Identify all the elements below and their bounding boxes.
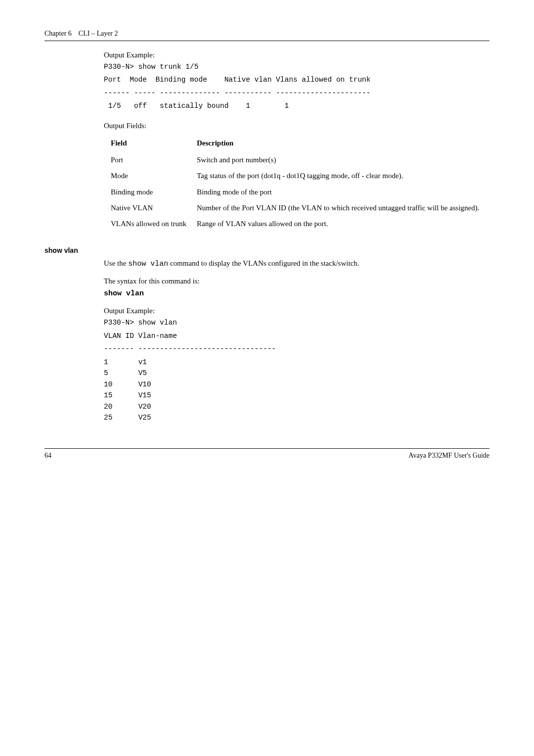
vlan-name: V15 — [138, 391, 151, 399]
trunk-header-line: Port Mode Binding mode Native vlan Vlans… — [104, 74, 490, 85]
vlan-id: 20 — [104, 403, 112, 411]
fields-header-row: Field Description — [111, 135, 480, 152]
field-desc: Binding mode of the port — [197, 184, 480, 200]
vlan-header-line: VLAN ID Vlan-name — [104, 331, 490, 341]
chapter-title: CLI – Layer 2 — [79, 30, 118, 37]
syntax-command: show vlan — [104, 289, 490, 298]
vlan-row: 5 V5 — [104, 368, 490, 378]
page-header: Chapter 6 CLI – Layer 2 — [44, 30, 490, 38]
field-name: Binding mode — [111, 184, 197, 200]
desc-cmd: show vlan — [128, 260, 168, 268]
desc-part2: command to display the VLANs configured … — [168, 259, 359, 267]
field-desc: Switch and port number(s) — [197, 152, 480, 168]
vlan-dash-line: ------- -------------------------------- — [104, 343, 490, 354]
show-vlan-heading: show vlan — [44, 246, 490, 254]
vlan-row: 20 V20 — [104, 401, 490, 412]
header-rule — [44, 41, 490, 41]
show-vlan-description: Use the show vlan command to display the… — [104, 258, 490, 269]
vlan-name: v1 — [138, 358, 147, 366]
field-desc: Range of VLAN values allowed on the port… — [197, 216, 480, 232]
output-example-label: Output Example: — [104, 51, 490, 59]
vlan-name: V20 — [138, 403, 151, 411]
chapter-label: Chapter 6 — [44, 30, 72, 37]
page-number: 64 — [44, 452, 51, 460]
fields-row: Native VLAN Number of the Port VLAN ID (… — [111, 200, 480, 216]
output-fields-label: Output Fields: — [104, 122, 490, 130]
syntax-label: The syntax for this command is: — [104, 276, 490, 286]
section-show-trunk-output: Output Example: P330-N> show trunk 1/5 P… — [104, 51, 490, 232]
vlan-cmd-line: P330-N> show vlan — [104, 317, 490, 328]
vlan-row: 15 V15 — [104, 390, 490, 401]
vlan-row: 25 V25 — [104, 412, 490, 423]
vlan-id: 15 — [104, 391, 112, 399]
vlan-rows: 1 v1 5 V5 10 V10 15 V15 20 V20 25 V25 — [104, 357, 490, 424]
trunk-cmd-line: P330-N> show trunk 1/5 — [104, 61, 490, 72]
trunk-data-line: 1/5 off statically bound 1 1 — [104, 100, 490, 111]
vlan-name: V10 — [138, 380, 151, 388]
field-desc: Number of the Port VLAN ID (the VLAN to … — [197, 200, 480, 216]
fields-row: VLANs allowed on trunk Range of VLAN val… — [111, 216, 480, 232]
field-name: Native VLAN — [111, 200, 197, 216]
fields-row: Mode Tag status of the port (dot1q - dot… — [111, 168, 480, 184]
field-desc: Tag status of the port (dot1q - dot1Q ta… — [197, 168, 480, 184]
guide-title: Avaya P332MF User's Guide — [408, 452, 490, 460]
vlan-id: 25 — [104, 414, 112, 422]
vlan-row: 1 v1 — [104, 357, 490, 368]
fields-row: Port Switch and port number(s) — [111, 152, 480, 168]
fields-row: Binding mode Binding mode of the port — [111, 184, 480, 200]
vlan-id: 5 — [104, 369, 108, 377]
vlan-name: V25 — [138, 414, 151, 422]
vlan-id: 10 — [104, 380, 112, 388]
field-name: Port — [111, 152, 197, 168]
section-show-vlan: Use the show vlan command to display the… — [104, 258, 490, 423]
trunk-dash-line: ------ ----- -------------- ----------- … — [104, 88, 490, 98]
fields-table: Field Description Port Switch and port n… — [111, 135, 480, 232]
page-footer: 64 Avaya P332MF User's Guide — [44, 448, 490, 460]
fields-header-field: Field — [111, 135, 197, 152]
field-name: Mode — [111, 168, 197, 184]
vlan-name: V5 — [138, 369, 147, 377]
vlan-output-example-label: Output Example: — [104, 307, 490, 315]
vlan-row: 10 V10 — [104, 379, 490, 390]
fields-header-description: Description — [197, 135, 480, 152]
vlan-id: 1 — [104, 358, 108, 366]
field-name: VLANs allowed on trunk — [111, 216, 197, 232]
desc-part1: Use the — [104, 259, 128, 267]
